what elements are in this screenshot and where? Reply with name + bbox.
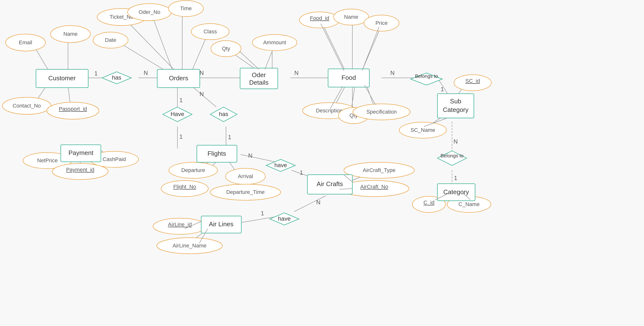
oder-no-label: Oder_No <box>138 9 160 15</box>
have2-label: have <box>274 162 287 168</box>
svg-line-54 <box>321 24 344 71</box>
mult-flights-have2: N <box>248 152 252 159</box>
svg-line-7 <box>153 18 172 71</box>
price-label: Price <box>376 20 388 26</box>
mult-has-orders: N <box>144 70 148 76</box>
er-diagram: Email Name Contact_No Passport_id Ticket… <box>0 0 644 326</box>
svg-line-6 <box>129 23 175 71</box>
specification-label: Specification <box>366 109 397 115</box>
aircraft-type-label: AirCraft_Type <box>363 167 396 173</box>
orders-label: Orders <box>169 75 188 82</box>
qty-label1: Qty <box>222 46 230 52</box>
mult-details-food: N <box>294 70 298 76</box>
sub-category-label1: Sub <box>450 98 461 105</box>
belongs-to1-label: Belongs to <box>415 74 438 79</box>
date-label: Date <box>105 37 116 43</box>
food-name-label: Name <box>344 14 358 20</box>
payment-label: Payment <box>68 149 94 156</box>
svg-line-59 <box>364 85 376 105</box>
have1-label: Have <box>170 111 184 117</box>
svg-line-18 <box>335 86 345 105</box>
airline-id-label: AirLine_id <box>168 221 192 227</box>
mult-orders-have: 1 <box>179 97 182 103</box>
svg-line-9 <box>119 43 165 71</box>
svg-line-31 <box>192 86 216 107</box>
net-price-label: NetPrice <box>37 157 58 163</box>
svg-line-52 <box>239 51 259 69</box>
has2-label: has <box>219 111 228 117</box>
oder-details-label1: Oder <box>252 71 266 79</box>
mult-customer-has: 1 <box>94 70 98 77</box>
food-id-label: Food_id <box>310 15 329 21</box>
name-label: Name <box>64 31 78 37</box>
have3-label: have <box>278 215 291 222</box>
arrival-label: Arrival <box>238 173 253 179</box>
c-id-label: C_id <box>423 199 434 206</box>
passport-id-label: Passport_id <box>59 106 87 112</box>
cash-paid-label: CashPaid <box>102 156 126 162</box>
contact-no-label: Contact_No <box>13 103 41 109</box>
airline-name-label: AirLine_Name <box>172 242 206 249</box>
mult-subcat-belongs2: N <box>454 138 458 145</box>
flight-no-label: Flight_No <box>173 184 196 190</box>
mult-have3-airlines: 1 <box>261 210 264 216</box>
mult-have2-aircrafts: 1 <box>300 169 303 176</box>
belongs-to2-label: Belongs to <box>440 153 464 158</box>
time-label: Time <box>180 5 192 12</box>
sub-category-entity <box>438 94 474 118</box>
aircraft-no-label: AirCraft_No <box>360 184 388 190</box>
payment-id-label: Payment_id <box>66 167 94 173</box>
class-label: Class <box>204 29 217 35</box>
air-crafts-label: Air Crafts <box>317 180 343 188</box>
mult-have-payment: 1 <box>179 133 182 140</box>
svg-line-10 <box>192 37 206 71</box>
departure-time-label: Departure_Time <box>226 189 265 195</box>
sub-category-label2: Category <box>443 106 468 113</box>
svg-line-20 <box>367 86 374 107</box>
svg-line-15 <box>323 26 345 71</box>
ammount-label: Ammount <box>263 40 286 46</box>
svg-line-44 <box>294 196 326 212</box>
mult-orders-details1: N <box>200 70 204 76</box>
mult-orders-has2: N <box>200 91 204 97</box>
customer-label: Customer <box>48 75 76 82</box>
air-lines-label: Air Lines <box>209 220 233 228</box>
category-label: Category <box>443 188 469 196</box>
mult-aircrafts-have3: N <box>316 199 320 206</box>
mult-food-belongs: N <box>390 70 394 76</box>
c-name-label: C_Name <box>458 201 480 207</box>
oder-details-label2: Details <box>249 79 268 86</box>
departure-label: Departure <box>181 167 205 173</box>
svg-line-56 <box>362 27 379 71</box>
flights-label: Flights <box>208 150 226 157</box>
sc-name-label: SC_Name <box>410 127 435 133</box>
email-label: Email <box>19 40 32 46</box>
svg-line-40 <box>240 154 274 162</box>
food-label: Food <box>342 74 356 81</box>
mult-has2-flights: 1 <box>228 134 231 140</box>
mult-belongs-subcat: 1 <box>440 86 444 93</box>
has1-label: has <box>112 74 122 81</box>
svg-line-53 <box>265 51 272 69</box>
description-label: Description <box>316 108 343 114</box>
mult-belongs2-cat: 1 <box>454 175 457 181</box>
sc-id-label: SC_id <box>466 78 480 84</box>
